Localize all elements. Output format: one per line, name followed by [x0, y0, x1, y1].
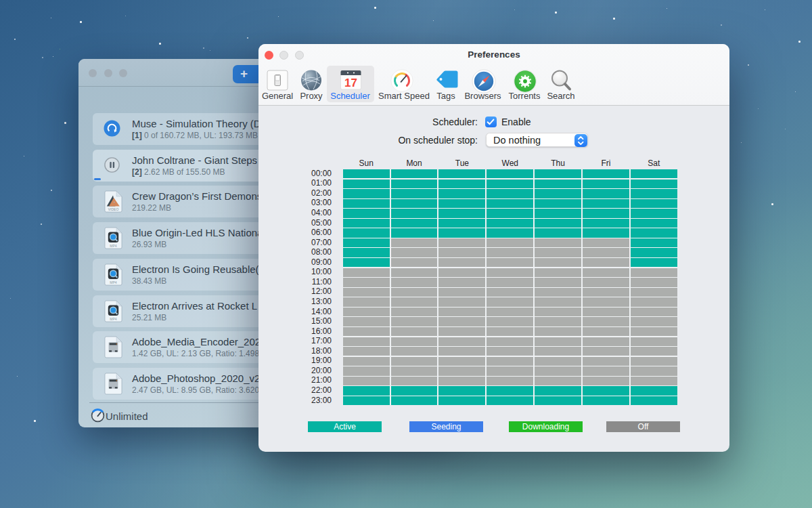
svg-text:VIDEO: VIDEO: [108, 207, 119, 211]
svg-text:MP4: MP4: [110, 244, 117, 248]
svg-text:MP4: MP4: [110, 316, 117, 320]
svg-text:MP4: MP4: [110, 280, 117, 284]
svg-text:17: 17: [344, 76, 357, 89]
